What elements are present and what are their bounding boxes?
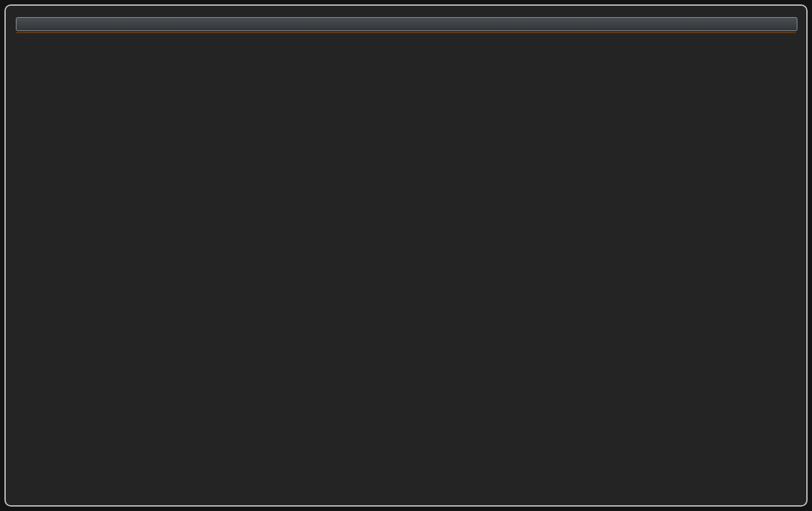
nvlink-bar — [16, 481, 796, 493]
pci-host-interface-bar — [16, 17, 797, 31]
memory-controller-column-right — [779, 48, 794, 465]
memory-controller-column-left — [18, 48, 33, 465]
gpc-row-top — [36, 48, 775, 238]
gpc-row-bottom — [127, 273, 683, 463]
gigathread-engine-bar — [16, 32, 796, 46]
l2-cache-bar — [36, 241, 775, 270]
high-speed-hub-bar — [16, 465, 796, 477]
